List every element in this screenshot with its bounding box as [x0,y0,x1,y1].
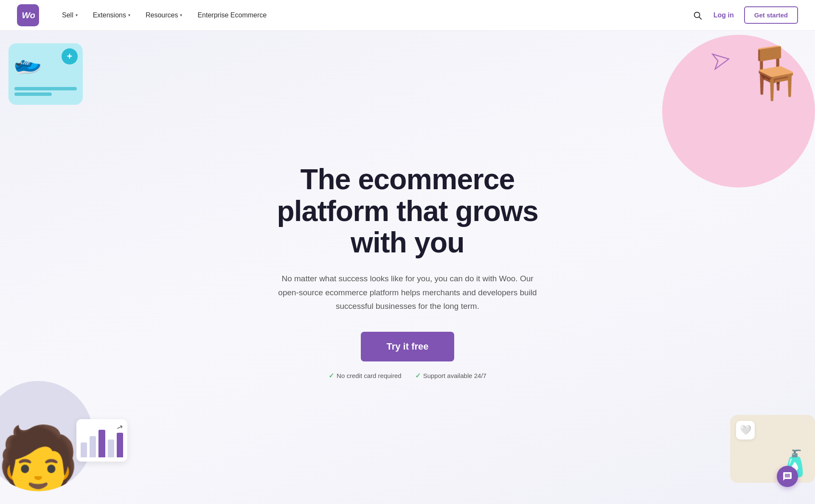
chart-bar [90,436,96,457]
chevron-down-icon: ▾ [76,13,78,17]
chart-bar [98,430,105,457]
shoe-icon: 👟 [9,46,44,80]
perk-support: ✓ Support available 24/7 [415,372,486,380]
card-lines [14,87,77,98]
chair-icon: 🪑 [743,43,807,103]
chart-bar [117,433,123,457]
nav-item-resources[interactable]: Resources ▾ [140,8,188,22]
pink-circle [662,35,815,188]
chat-bubble[interactable] [777,466,798,487]
try-it-free-button[interactable]: Try it free [361,332,454,361]
nav-links: Sell ▾ Extensions ▾ Resources ▾ Enterpri… [56,8,691,22]
nav-item-enterprise[interactable]: Enterprise Ecommerce [191,8,273,22]
logo[interactable]: Woo [17,4,39,26]
login-button[interactable]: Log in [712,8,736,22]
woo-logo-mark: Woo [17,4,39,26]
perk-no-credit-card: ✓ No credit card required [329,372,402,380]
search-icon[interactable] [691,9,703,21]
product-card-right: 🤍 🧴 [730,415,815,483]
navbar: Woo Sell ▾ Extensions ▾ Resources ▾ Ente… [0,0,815,31]
check-icon: ✓ [415,372,421,380]
hero-content: The ecommerce platform that grows with y… [259,163,556,380]
heart-icon: 🤍 [736,421,755,440]
chart-widget: ↗ [76,419,127,462]
person-icon: 🧑 [0,428,81,491]
svg-line-2 [699,17,701,19]
hero-subtitle: No matter what success looks like for yo… [276,272,539,313]
deco-right: 🪑 🤍 🧴 [679,31,815,504]
product-card-left: 👟 + [8,43,83,105]
hero-title: The ecommerce platform that grows with y… [259,163,556,258]
person-circle: 🧑 [0,381,93,491]
add-icon: + [62,48,78,64]
get-started-button[interactable]: Get started [744,6,798,24]
nav-right: Log in Get started [691,6,798,24]
chevron-down-icon: ▾ [128,13,130,17]
paper-plane-icon [711,50,732,74]
perk-label: No credit card required [337,372,402,379]
chart-bar [108,440,114,457]
nav-item-sell[interactable]: Sell ▾ [56,8,84,22]
hero-section: 👟 + 🧑 ↗ The ecommerce platform that grow… [0,31,815,504]
check-icon: ✓ [329,372,334,380]
perk-label: Support available 24/7 [423,372,486,379]
svg-marker-3 [712,51,730,69]
deco-left: 👟 + 🧑 ↗ [0,31,119,504]
trend-arrow-icon: ↗ [115,422,125,433]
nav-item-extensions[interactable]: Extensions ▾ [87,8,136,22]
chevron-down-icon: ▾ [180,13,182,17]
chart-bar [81,442,87,457]
perks-list: ✓ No credit card required ✓ Support avai… [259,372,556,380]
svg-text:Woo: Woo [22,10,35,20]
